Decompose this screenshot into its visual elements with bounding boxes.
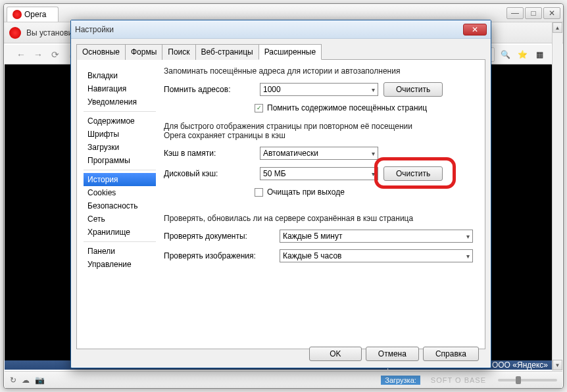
cat-storage[interactable]: Хранилище [84, 226, 156, 239]
back-button[interactable]: ← [14, 47, 28, 62]
check-documents-select[interactable]: Каждые 5 минут [280, 230, 473, 243]
dialog-close-button[interactable]: ✕ [463, 24, 487, 36]
remember-content-checkbox[interactable]: ✓ [255, 104, 263, 112]
remember-addresses-select[interactable]: 1000 [260, 83, 378, 96]
scroll-down-button[interactable]: ▼ [553, 360, 562, 370]
cat-cookies[interactable]: Cookies [84, 186, 156, 199]
status-bar: ↻ ☁ 📷 Загрузка: SOFT O BASE [5, 371, 562, 388]
cat-fonts[interactable]: Шрифты [84, 128, 156, 141]
zoom-slider[interactable] [498, 379, 557, 381]
search-icon[interactable]: 🔍 [499, 48, 512, 61]
close-button[interactable]: ✕ [543, 7, 560, 19]
remember-label: Помнить адресов: [164, 85, 255, 94]
vertical-scrollbar[interactable]: ▲ ▼ [552, 22, 562, 370]
check-docs-label: Проверять документы: [164, 232, 274, 241]
cancel-button[interactable]: Отмена [366, 347, 419, 361]
loading-indicator: Загрузка: [381, 376, 420, 385]
forward-button[interactable]: → [31, 47, 45, 62]
disk-cache-select[interactable]: 50 МБ [260, 167, 378, 180]
sync-icon[interactable]: ↻ [10, 376, 16, 385]
check-images-select[interactable]: Каждые 5 часов [280, 249, 473, 262]
dialog-title: Настройки [75, 25, 114, 34]
clear-disk-cache-button[interactable]: Очистить [383, 166, 443, 181]
history-panel: Запоминать посещённые адреса для истории… [164, 66, 478, 342]
settings-dialog: Настройки ✕ Основные Формы Поиск Веб-стр… [70, 20, 491, 368]
extension-icon[interactable]: ▦ [533, 48, 546, 61]
cat-content[interactable]: Содержимое [84, 114, 156, 128]
opera-icon [12, 10, 22, 19]
maximize-button[interactable]: □ [525, 7, 542, 19]
cat-programs[interactable]: Программы [84, 154, 156, 167]
tab-advanced[interactable]: Расширенные [259, 44, 322, 60]
cache-intro: Для быстрого отображения страницы при по… [164, 122, 473, 140]
cat-tabs[interactable]: Вкладки [84, 69, 156, 82]
history-intro: Запоминать посещённые адреса для истории… [164, 66, 473, 76]
tab-webpages[interactable]: Веб-страницы [195, 44, 259, 60]
ok-button[interactable]: OK [309, 347, 362, 361]
tab-content: Вкладки Навигация Уведомления Содержимое… [76, 60, 485, 349]
opera-menu-icon[interactable] [9, 27, 21, 39]
address-fragment: Вы установи [26, 28, 72, 37]
dialog-footer: OK Отмена Справка [309, 347, 479, 361]
watermark: SOFT O BASE [431, 376, 486, 384]
clear-history-button[interactable]: Очистить [383, 82, 443, 97]
bookmark-icon[interactable]: ⭐ [516, 48, 529, 61]
reload-button[interactable]: ⟳ [48, 47, 62, 62]
top-tabs: Основные Формы Поиск Веб-страницы Расшир… [76, 44, 485, 60]
cat-security[interactable]: Безопасность [84, 199, 156, 212]
camera-icon[interactable]: 📷 [35, 376, 45, 385]
memory-cache-label: Кэш в памяти: [164, 149, 255, 158]
browser-tab[interactable]: Opera [7, 7, 59, 22]
cat-navigation[interactable]: Навигация [84, 82, 156, 95]
cat-panels[interactable]: Панели [84, 245, 156, 258]
help-button[interactable]: Справка [423, 347, 479, 361]
minimize-button[interactable]: — [506, 7, 524, 19]
disk-cache-label: Дисковый кэш: [164, 169, 255, 178]
tab-general[interactable]: Основные [76, 44, 126, 60]
memory-cache-select[interactable]: Автоматически [260, 147, 378, 160]
check-intro: Проверять, обновилась ли на сервере сохр… [164, 214, 473, 223]
cat-history[interactable]: История [84, 173, 156, 186]
tab-search[interactable]: Поиск [162, 44, 195, 60]
cat-management[interactable]: Управление [84, 258, 156, 271]
category-list: Вкладки Навигация Уведомления Содержимое… [84, 66, 156, 342]
scroll-up-button[interactable]: ▲ [553, 22, 562, 33]
cat-network[interactable]: Сеть [84, 212, 156, 226]
cat-downloads[interactable]: Загрузки [84, 141, 156, 154]
cloud-icon[interactable]: ☁ [22, 376, 30, 385]
tab-title: Opera [24, 10, 46, 19]
clear-on-exit-checkbox[interactable] [255, 188, 263, 197]
remember-content-label: Помнить содержимое посещённых страниц [267, 103, 427, 112]
cat-notifications[interactable]: Уведомления [84, 95, 156, 109]
clear-on-exit-label: Очищать при выходе [267, 187, 345, 197]
tab-forms[interactable]: Формы [125, 44, 162, 60]
dialog-titlebar[interactable]: Настройки ✕ [71, 20, 491, 39]
check-imgs-label: Проверять изображения: [164, 251, 274, 260]
